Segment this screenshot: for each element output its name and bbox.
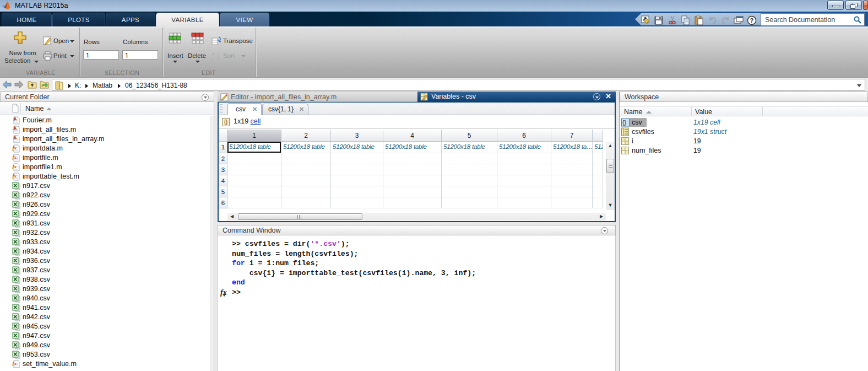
svg-text:fx: fx	[13, 361, 17, 366]
svg-text:fx: fx	[13, 154, 17, 160]
svg-text:fx: fx	[13, 173, 17, 179]
svg-text:z: z	[212, 56, 214, 61]
svg-text:fx: fx	[13, 164, 17, 169]
svg-text:fx: fx	[13, 145, 17, 150]
svg-text:?: ?	[750, 17, 754, 24]
svg-text:{}: {}	[622, 119, 627, 126]
svg-text:a: a	[212, 51, 215, 56]
